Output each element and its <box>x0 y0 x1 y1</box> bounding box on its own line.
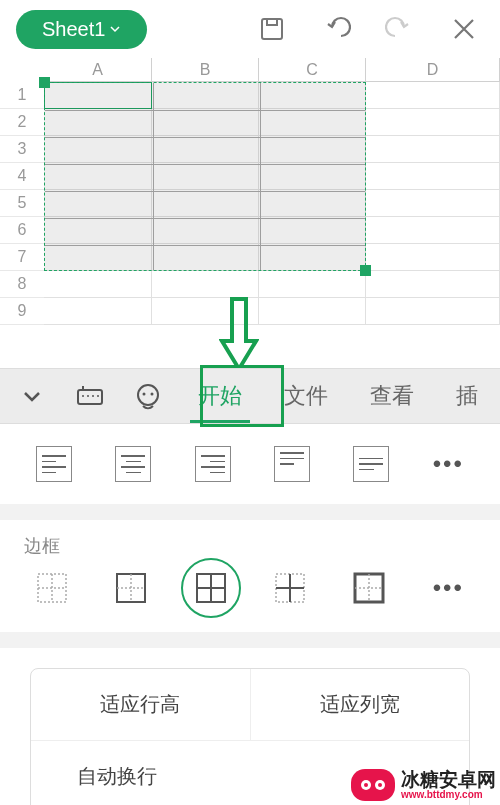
svg-rect-1 <box>267 19 277 25</box>
watermark-logo-icon <box>351 769 395 801</box>
row-header[interactable]: 7 <box>0 244 44 271</box>
cell[interactable] <box>44 136 152 163</box>
cell[interactable] <box>366 136 500 163</box>
sheet-tab[interactable]: Sheet1 <box>16 10 147 49</box>
selection-handle-bottom[interactable] <box>360 265 371 276</box>
cell[interactable] <box>152 136 259 163</box>
cell[interactable] <box>152 82 259 109</box>
align-middle-button[interactable] <box>353 446 389 482</box>
align-top-button[interactable] <box>274 446 310 482</box>
cell[interactable] <box>152 163 259 190</box>
cell[interactable] <box>366 298 500 325</box>
cell[interactable] <box>259 163 366 190</box>
cell[interactable] <box>259 217 366 244</box>
cell[interactable] <box>44 298 152 325</box>
tab-more[interactable]: 插 <box>440 369 478 423</box>
watermark-title: 冰糖安卓网 <box>401 770 496 789</box>
cell[interactable] <box>366 244 500 271</box>
border-outer-button[interactable] <box>115 572 147 604</box>
assistant-button[interactable] <box>124 369 172 423</box>
cell[interactable] <box>152 271 259 298</box>
undo-button[interactable] <box>316 9 356 49</box>
cell[interactable] <box>152 190 259 217</box>
cell[interactable] <box>152 109 259 136</box>
svg-point-7 <box>97 395 99 397</box>
row-header[interactable]: 3 <box>0 136 44 163</box>
close-button[interactable] <box>444 9 484 49</box>
fit-row-height-button[interactable]: 适应行高 <box>31 669 250 740</box>
svg-point-6 <box>92 395 94 397</box>
svg-point-5 <box>87 395 89 397</box>
cell[interactable] <box>366 217 500 244</box>
cell[interactable] <box>152 298 259 325</box>
chevron-down-icon <box>109 23 121 35</box>
row-header[interactable]: 5 <box>0 190 44 217</box>
cell[interactable] <box>152 244 259 271</box>
border-more-button[interactable]: ••• <box>433 574 464 602</box>
keyboard-icon <box>76 384 104 408</box>
border-inner-button[interactable] <box>274 572 306 604</box>
border-none-button[interactable] <box>36 572 68 604</box>
cell[interactable] <box>152 217 259 244</box>
spreadsheet-grid[interactable]: ABCD 123456789 <box>0 58 500 368</box>
align-left-button[interactable] <box>36 446 72 482</box>
cell[interactable] <box>366 82 500 109</box>
border-section-label: 边框 <box>0 534 500 572</box>
svg-point-10 <box>151 393 154 396</box>
cell[interactable] <box>259 136 366 163</box>
cell[interactable] <box>259 190 366 217</box>
tab-view[interactable]: 查看 <box>354 369 430 423</box>
row-header[interactable]: 9 <box>0 298 44 325</box>
align-right-button[interactable] <box>195 446 231 482</box>
cell[interactable] <box>259 82 366 109</box>
assistant-icon <box>134 382 162 410</box>
cell[interactable] <box>259 109 366 136</box>
cell[interactable] <box>259 244 366 271</box>
border-thick-outer-button[interactable] <box>353 572 385 604</box>
tab-start[interactable]: 开始 <box>182 369 258 423</box>
row-header[interactable]: 8 <box>0 271 44 298</box>
border-all-button[interactable] <box>181 558 241 618</box>
column-header[interactable]: C <box>259 58 366 82</box>
cell[interactable] <box>44 109 152 136</box>
border-toolbar: ••• <box>0 572 500 604</box>
cell[interactable] <box>44 163 152 190</box>
cell[interactable] <box>44 82 152 109</box>
row-header[interactable]: 1 <box>0 82 44 109</box>
redo-button[interactable] <box>380 9 420 49</box>
column-header[interactable]: B <box>152 58 259 82</box>
row-header[interactable]: 2 <box>0 109 44 136</box>
keyboard-button[interactable] <box>66 369 114 423</box>
toolbar-tabs: 开始 文件 查看 插 <box>0 368 500 424</box>
cell[interactable] <box>366 109 500 136</box>
watermark-url: www.bttdmy.com <box>401 789 483 801</box>
row-header[interactable]: 4 <box>0 163 44 190</box>
column-header[interactable]: A <box>44 58 152 82</box>
cell[interactable] <box>44 190 152 217</box>
cell[interactable] <box>44 244 152 271</box>
cell[interactable] <box>366 190 500 217</box>
align-more-button[interactable]: ••• <box>433 450 464 478</box>
svg-rect-0 <box>262 19 282 39</box>
row-header[interactable]: 6 <box>0 217 44 244</box>
save-icon <box>258 15 286 43</box>
cell[interactable] <box>259 271 366 298</box>
selection-handle-top[interactable] <box>39 77 50 88</box>
cell[interactable] <box>44 217 152 244</box>
chevron-down-icon <box>20 384 44 408</box>
align-center-button[interactable] <box>115 446 151 482</box>
watermark: 冰糖安卓网 www.bttdmy.com <box>351 769 496 801</box>
cell[interactable] <box>44 271 152 298</box>
svg-rect-2 <box>78 390 102 404</box>
column-header[interactable]: D <box>366 58 500 82</box>
cell[interactable] <box>259 298 366 325</box>
cell[interactable] <box>366 163 500 190</box>
fit-col-width-button[interactable]: 适应列宽 <box>251 669 470 740</box>
cell[interactable] <box>366 271 500 298</box>
save-button[interactable] <box>252 9 292 49</box>
collapse-button[interactable] <box>8 369 56 423</box>
tab-file[interactable]: 文件 <box>268 369 344 423</box>
undo-icon <box>321 14 351 44</box>
alignment-toolbar: ••• <box>0 424 500 504</box>
svg-point-8 <box>138 385 158 405</box>
